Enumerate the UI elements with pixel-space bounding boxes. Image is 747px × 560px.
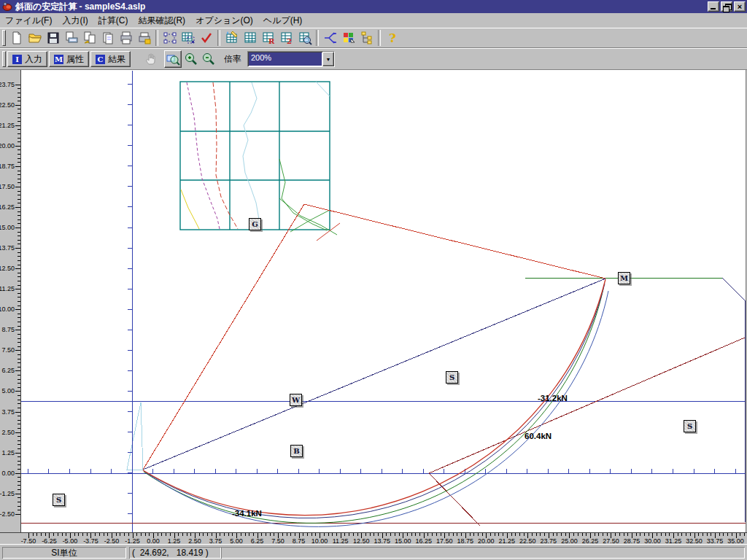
- ruler-tick: [627, 533, 628, 536]
- contour-red-x: [317, 223, 340, 241]
- ruler-tick: [395, 533, 395, 536]
- attribute-mode-button[interactable]: M 属性: [49, 51, 89, 67]
- slip-arc-green: [144, 289, 603, 523]
- zoom-window-button[interactable]: [164, 50, 182, 68]
- ruler-tick: [649, 533, 649, 536]
- zoom-in-button[interactable]: [182, 50, 199, 68]
- data-transfer-button[interactable]: [80, 29, 98, 47]
- contour-lightblue: [243, 82, 260, 229]
- slip-arc-red: [143, 279, 605, 516]
- ruler-tick: [436, 533, 437, 536]
- select-region-icon: [163, 31, 177, 45]
- restore-button[interactable]: [721, 1, 732, 12]
- ruler-tick: [18, 158, 20, 159]
- table-result-r-button[interactable]: R: [259, 29, 277, 47]
- ruler-tick: [18, 408, 20, 408]
- help-button[interactable]: ?: [383, 29, 401, 47]
- ruler-tick: [15, 330, 20, 330]
- minimize-button[interactable]: [708, 1, 719, 12]
- grid-input-button[interactable]: [179, 29, 197, 47]
- status-coordinates: ( 24.692, 18.419 ): [129, 547, 221, 559]
- table-search-button[interactable]: [295, 29, 314, 47]
- ruler-tick: [603, 533, 603, 536]
- print-setup-button[interactable]: [135, 29, 153, 47]
- force-annotation: -31.2kN: [538, 394, 568, 402]
- open-file-icon: [28, 31, 42, 45]
- toolbar-grip[interactable]: [2, 51, 6, 67]
- ruler-tick: [18, 416, 20, 416]
- drawing-canvas[interactable]: GMWBSSS-31.2kN60.4kN-34.1kN: [21, 70, 746, 532]
- table-edit-icon: [225, 31, 239, 45]
- menu-calc[interactable]: 計算(C): [93, 13, 133, 28]
- ruler-tick: [18, 400, 20, 400]
- flow-branch-button[interactable]: [321, 29, 339, 47]
- menu-help[interactable]: ヘルプ(H): [258, 13, 308, 28]
- ruler-tick: [15, 453, 20, 454]
- color-settings-button[interactable]: [339, 29, 357, 47]
- zoom-combobox[interactable]: 200% ▼: [247, 51, 335, 67]
- report-print-button[interactable]: [62, 29, 80, 47]
- tree-view-button[interactable]: [357, 29, 376, 47]
- result-mode-button[interactable]: C 結果: [90, 51, 131, 67]
- ruler-tick: [378, 533, 379, 536]
- ruler-tick: [415, 533, 416, 536]
- table-result-2-button[interactable]: 2: [277, 29, 295, 47]
- calc-check-button[interactable]: [197, 29, 215, 47]
- menu-input[interactable]: 入力(I): [57, 13, 93, 28]
- ruler-label: 6.25: [1, 367, 15, 374]
- ruler-label: 23.75: [0, 81, 15, 88]
- title-bar[interactable]: 斜面の安定計算 - sampleS4.aslp ×: [0, 0, 747, 13]
- ruler-tick: [524, 533, 525, 536]
- toolbar-separator: [217, 30, 220, 46]
- data-transfer-icon: [82, 31, 97, 45]
- close-button[interactable]: ×: [734, 1, 746, 12]
- ruler-tick: [18, 129, 20, 130]
- ruler-label: 2.50: [1, 429, 15, 436]
- ruler-tick: [18, 383, 20, 384]
- table-view-button[interactable]: [241, 29, 259, 47]
- print-button[interactable]: [117, 29, 135, 47]
- new-document-button[interactable]: [7, 29, 26, 47]
- open-file-button[interactable]: [26, 29, 44, 47]
- status-units: SI単位: [2, 547, 126, 559]
- ruler-tick: [18, 133, 20, 134]
- ruler-tick: [18, 281, 20, 281]
- ruler-tick: [470, 533, 471, 536]
- ruler-tick: [18, 334, 20, 335]
- ruler-tick: [95, 533, 96, 536]
- zoom-combobox-arrow[interactable]: ▼: [322, 52, 334, 66]
- ruler-tick: [740, 533, 740, 536]
- ruler-tick: [220, 533, 220, 536]
- ruler-tick: [18, 203, 20, 203]
- contour-lightblue-corner: [316, 82, 330, 96]
- ruler-tick: [661, 533, 662, 536]
- ruler-tick: [18, 138, 20, 139]
- result-mode-icon: C: [96, 55, 105, 64]
- select-region-button[interactable]: [160, 29, 179, 47]
- contour-purple: [187, 82, 220, 229]
- ruler-tick: [18, 395, 20, 396]
- menu-file[interactable]: ファイル(F): [0, 13, 57, 28]
- toolbar-grip[interactable]: [2, 30, 6, 46]
- save-file-button[interactable]: [44, 29, 62, 47]
- ruler-tick: [274, 533, 274, 536]
- ruler-tick: [18, 256, 20, 257]
- ruler-tick: [411, 533, 412, 536]
- ruler-tick: [18, 346, 20, 347]
- table-edit-button[interactable]: [222, 29, 241, 47]
- toolbar-separator: [378, 30, 381, 46]
- page-copy-button[interactable]: [98, 29, 117, 47]
- ruler-tick: [681, 533, 682, 536]
- ruler-tick: [18, 420, 20, 421]
- ruler-tick: [18, 456, 20, 457]
- menu-options[interactable]: オプション(O): [190, 13, 258, 28]
- ruler-tick: [18, 367, 20, 368]
- input-mode-button[interactable]: I 入力: [7, 51, 47, 67]
- pan-hand-button[interactable]: [142, 50, 160, 68]
- ruler-tick: [15, 105, 20, 106]
- menu-results[interactable]: 結果確認(R): [133, 13, 190, 28]
- calc-check-icon: [199, 31, 214, 45]
- contour-green-1: [279, 159, 327, 230]
- zoom-out-button[interactable]: [199, 50, 217, 68]
- ruler-tick: [18, 326, 20, 327]
